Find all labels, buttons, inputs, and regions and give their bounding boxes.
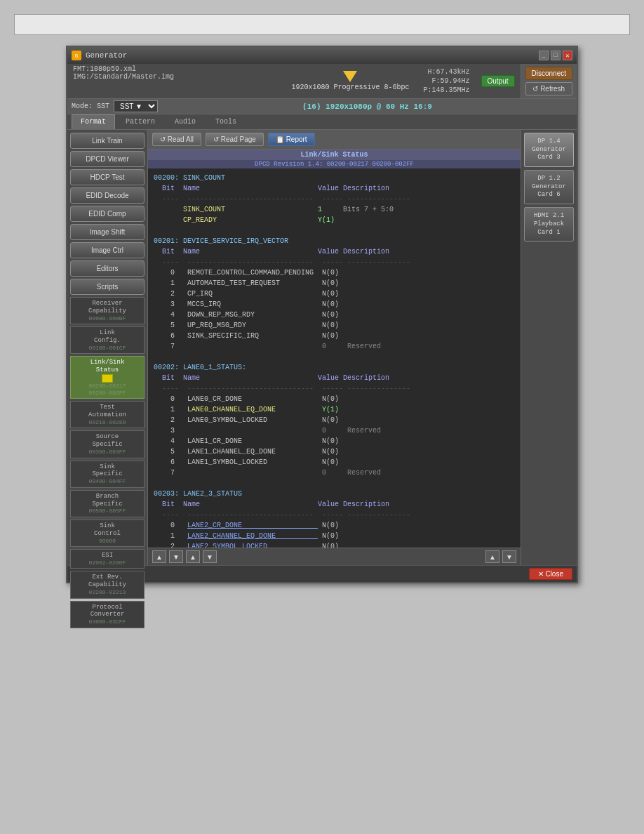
right-nav-arrows: ▲ ▼ bbox=[485, 550, 516, 563]
nav-item-label: Link/SinkStatus bbox=[74, 359, 141, 374]
nav-sink-control[interactable]: SinkControl 00600 bbox=[70, 519, 145, 547]
up-arrow-button-1[interactable]: ▲ bbox=[152, 550, 166, 563]
right-action-panel: Disconnect ↺ Refresh bbox=[521, 64, 577, 98]
refresh-button[interactable]: ↺ Refresh bbox=[525, 82, 572, 95]
minimize-button[interactable]: _ bbox=[539, 51, 549, 60]
app-window: G Generator _ □ ✕ FMT:1080p59.xml IMG:/S… bbox=[66, 46, 578, 583]
info-bar-right: H:67.43kHz F:59.94Hz P:148.35MHz bbox=[417, 64, 475, 98]
read-all-button[interactable]: ↺ Read All bbox=[152, 133, 201, 146]
edid-comp-button[interactable]: EDID Comp bbox=[70, 206, 145, 222]
nav-receiver-capability[interactable]: ReceiverCapability 00000-000BF bbox=[70, 297, 145, 324]
nav-item-label: ReceiverCapability bbox=[74, 300, 141, 315]
output-button[interactable]: Output bbox=[481, 75, 515, 87]
right-sidebar: DP 1.4 Generator Card 3 DP 1.2 Generator… bbox=[521, 130, 577, 565]
h-freq: H:67.43kHz bbox=[423, 68, 469, 76]
nav-item-label: LinkConfig. bbox=[74, 329, 141, 345]
close-button[interactable]: ✕ Close bbox=[529, 568, 572, 580]
nav-test-automation[interactable]: TestAutomation 00218-00280 bbox=[70, 401, 145, 428]
image-shift-button[interactable]: Image Shift bbox=[70, 224, 145, 240]
nav-source-specific[interactable]: SourceSpecific 00300-003FF bbox=[70, 430, 145, 458]
action-row: ↺ Read All ↺ Read Page 📋 Report bbox=[148, 130, 521, 150]
main-content: Link Train DPCD Viewer HDCP Test EDID De… bbox=[67, 130, 577, 565]
img-text: IMG:/Standard/Master.img bbox=[73, 73, 277, 81]
status-header: Link/Sink Status bbox=[148, 150, 521, 160]
down-arrow-button-2[interactable]: ▼ bbox=[203, 550, 217, 563]
dpcd-header: DPCD Revision 1.4: 00200-00217 00280-002… bbox=[148, 160, 521, 168]
info-bar-left: FMT:1080p59.xml IMG:/Standard/Master.img bbox=[67, 64, 283, 98]
fmt-text: FMT:1080p59.xml bbox=[73, 65, 277, 73]
title-bar-left: G Generator bbox=[72, 51, 127, 60]
scripts-button[interactable]: Scripts bbox=[70, 279, 145, 295]
left-sidebar: Link Train DPCD Viewer HDCP Test EDID De… bbox=[67, 130, 148, 565]
title-bar-controls: _ □ ✕ bbox=[539, 51, 572, 60]
left-nav-arrows: ▲ ▼ ▲ ▼ bbox=[152, 550, 217, 563]
title-close-button[interactable]: ✕ bbox=[563, 51, 572, 60]
nav-protocol-converter[interactable]: ProtocolConverter 03000-03CFF bbox=[70, 601, 145, 628]
content-scroll[interactable]: 00200: SINK_COUNT Bit Name Value Descrip… bbox=[148, 168, 521, 548]
nav-link-config[interactable]: LinkConfig. 00100-001CF bbox=[70, 326, 145, 354]
mode-label: Mode: SST bbox=[72, 102, 109, 110]
resolution-text: (16) 1920x1080p @ 60 Hz 16:9 bbox=[162, 102, 572, 111]
mode-select[interactable]: SST ▼ bbox=[114, 100, 158, 112]
mode-bar: Mode: SST SST ▼ (16) 1920x1080p @ 60 Hz … bbox=[67, 99, 577, 114]
content-panel: ↺ Read All ↺ Read Page 📋 Report Link/Sin… bbox=[148, 130, 521, 565]
read-page-button[interactable]: ↺ Read Page bbox=[206, 133, 264, 146]
hdcp-test-button[interactable]: HDCP Test bbox=[70, 169, 145, 185]
maximize-button[interactable]: □ bbox=[551, 51, 561, 60]
card-dp14-gen3[interactable]: DP 1.4 Generator Card 3 bbox=[524, 133, 574, 167]
dpcd-viewer-button[interactable]: DPCD Viewer bbox=[70, 151, 145, 167]
nav-sink-specific[interactable]: SinkSpecific 00400-004FF bbox=[70, 461, 145, 488]
title-bar: G Generator _ □ ✕ bbox=[67, 47, 577, 64]
up-arrow-button-3[interactable]: ▲ bbox=[485, 550, 499, 563]
dpcd-content: 00200: SINK_COUNT Bit Name Value Descrip… bbox=[154, 173, 515, 548]
nav-ext-rev[interactable]: Ext Rev.Capability 02200-02213 bbox=[70, 571, 145, 598]
f-freq: F:59.94Hz bbox=[423, 77, 469, 85]
down-arrow-button-1[interactable]: ▼ bbox=[169, 550, 183, 563]
image-ctrl-button[interactable]: Image Ctrl bbox=[70, 242, 145, 258]
down-arrow-button-3[interactable]: ▼ bbox=[502, 550, 516, 563]
tab-tools[interactable]: Tools bbox=[206, 114, 246, 129]
p-freq: P:148.35MHz bbox=[423, 86, 469, 94]
tab-format[interactable]: Format bbox=[72, 114, 115, 129]
tab-pattern[interactable]: Pattern bbox=[116, 114, 164, 129]
tab-bar: Format Pattern Audio Tools bbox=[67, 114, 577, 130]
highlight-indicator bbox=[102, 374, 113, 383]
edid-decode-button[interactable]: EDID Decode bbox=[70, 187, 145, 204]
output-section: Output bbox=[476, 64, 521, 98]
top-bar bbox=[14, 14, 630, 35]
nav-link-sink-status[interactable]: Link/SinkStatus 00200-0021700280-002FF bbox=[70, 356, 145, 399]
bottom-nav: ▲ ▼ ▲ ▼ ▲ ▼ bbox=[148, 548, 521, 565]
card-dp12-gen6[interactable]: DP 1.2 Generator Card 6 bbox=[524, 170, 574, 204]
info-bar-center: 1920x1080 Progressive 8-6bpc bbox=[283, 64, 417, 98]
tab-audio[interactable]: Audio bbox=[166, 114, 205, 129]
app-icon: G bbox=[72, 51, 81, 60]
window-title: Generator bbox=[86, 51, 127, 60]
editors-button[interactable]: Editors bbox=[70, 260, 145, 277]
resolution-info: 1920x1080 Progressive 8-6bpc bbox=[291, 84, 409, 91]
card-hdmi21-pb1[interactable]: HDMI 2.1 Playback Card 1 bbox=[524, 207, 574, 241]
up-arrow-button-2[interactable]: ▲ bbox=[186, 550, 200, 563]
down-arrow-icon bbox=[343, 71, 357, 82]
disconnect-button[interactable]: Disconnect bbox=[525, 67, 572, 80]
nav-branch-specific[interactable]: BranchSpecific 00500-005FF bbox=[70, 490, 145, 517]
nav-esi[interactable]: ESI 02002-0200F bbox=[70, 549, 145, 569]
report-button[interactable]: 📋 Report bbox=[268, 133, 315, 146]
link-train-button[interactable]: Link Train bbox=[70, 133, 145, 149]
